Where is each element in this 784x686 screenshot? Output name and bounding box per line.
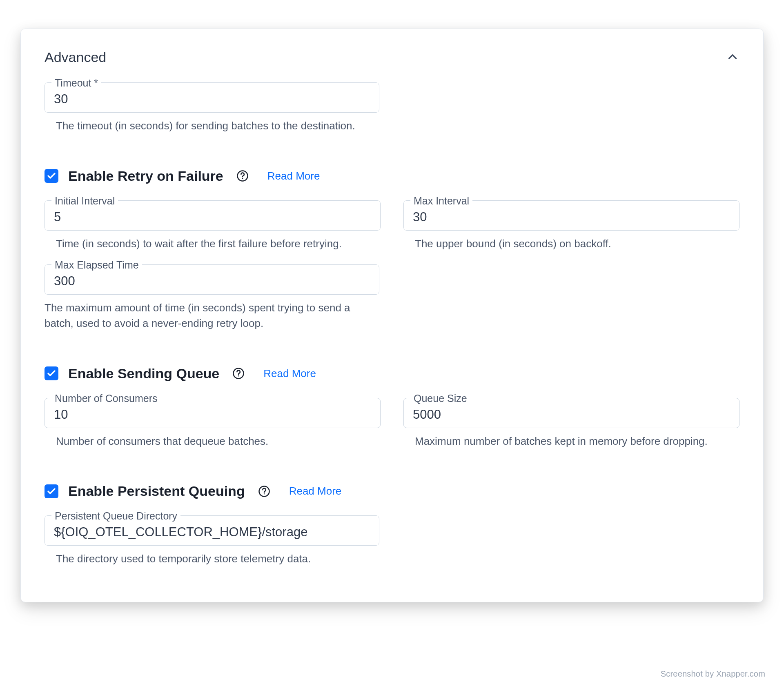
timeout-field: Timeout *: [45, 82, 379, 113]
section-header[interactable]: Advanced: [45, 49, 739, 65]
persist-checkbox[interactable]: [45, 484, 58, 498]
retry-feature-row: Enable Retry on Failure Read More: [45, 168, 739, 184]
retry-read-more-link[interactable]: Read More: [267, 170, 320, 182]
max-interval-input[interactable]: [413, 210, 730, 224]
queue-size-input[interactable]: [413, 407, 730, 422]
question-circle-icon[interactable]: [236, 169, 249, 183]
retry-label: Enable Retry on Failure: [68, 168, 223, 184]
timeout-input[interactable]: [54, 92, 370, 107]
initial-interval-field: Initial Interval: [45, 200, 381, 231]
attribution-text: Screenshot by Xnapper.com: [661, 669, 765, 679]
consumers-input[interactable]: [54, 407, 371, 422]
queue-label: Enable Sending Queue: [68, 366, 219, 382]
max-interval-field: Max Interval: [403, 200, 739, 231]
max-interval-label: Max Interval: [410, 195, 472, 207]
timeout-label: Timeout *: [51, 77, 101, 89]
max-interval-helper: The upper bound (in seconds) on backoff.: [415, 236, 739, 252]
consumers-label: Number of Consumers: [51, 393, 160, 404]
initial-interval-label: Initial Interval: [51, 195, 118, 207]
consumers-helper: Number of consumers that dequeue batches…: [56, 434, 381, 449]
queue-size-label: Queue Size: [410, 393, 470, 404]
consumers-field: Number of Consumers: [45, 398, 381, 428]
queue-read-more-link[interactable]: Read More: [263, 367, 316, 380]
max-elapsed-helper: The maximum amount of time (in seconds) …: [45, 300, 379, 331]
queue-checkbox[interactable]: [45, 366, 58, 380]
persist-dir-helper: The directory used to temporarily store …: [56, 551, 379, 567]
queue-size-helper: Maximum number of batches kept in memory…: [415, 434, 739, 449]
retry-checkbox[interactable]: [45, 169, 58, 183]
persist-dir-label: Persistent Queue Directory: [51, 510, 180, 522]
queue-size-field: Queue Size: [403, 398, 739, 428]
persist-label: Enable Persistent Queuing: [68, 483, 245, 499]
question-circle-icon[interactable]: [232, 366, 245, 380]
initial-interval-input[interactable]: [54, 210, 371, 224]
section-title: Advanced: [45, 49, 106, 65]
max-elapsed-field: Max Elapsed Time: [45, 264, 379, 295]
question-circle-icon[interactable]: [257, 484, 271, 498]
persist-dir-field: Persistent Queue Directory: [45, 515, 379, 546]
max-elapsed-label: Max Elapsed Time: [51, 259, 142, 271]
initial-interval-helper: Time (in seconds) to wait after the firs…: [56, 236, 381, 252]
persist-read-more-link[interactable]: Read More: [289, 485, 342, 497]
queue-feature-row: Enable Sending Queue Read More: [45, 366, 739, 382]
persist-feature-row: Enable Persistent Queuing Read More: [45, 483, 739, 499]
chevron-up-icon[interactable]: [726, 50, 739, 65]
max-elapsed-input[interactable]: [54, 274, 370, 289]
advanced-panel: Advanced Timeout * The timeout (in secon…: [20, 29, 764, 602]
timeout-helper: The timeout (in seconds) for sending bat…: [56, 118, 379, 134]
persist-dir-input[interactable]: [54, 525, 370, 539]
